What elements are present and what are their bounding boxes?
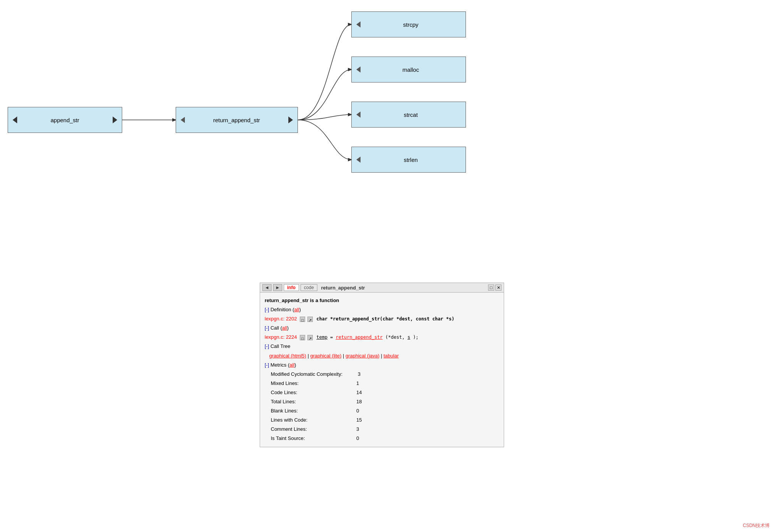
definition-link[interactable]: all — [294, 307, 299, 312]
call-code-prefix: temp = return_append_str (*dest, s ); — [316, 335, 418, 340]
metric-label: Total Lines: — [265, 398, 341, 406]
call-file[interactable]: lexpgn.c: 2224 — [265, 334, 297, 340]
edit-icon[interactable]: ↗ — [307, 317, 313, 322]
call-link[interactable]: all — [282, 325, 287, 331]
watermark: CSDN技术博 — [743, 522, 770, 529]
metric-value: 3 — [358, 370, 361, 378]
arrow-left-icon — [13, 116, 17, 123]
close-button[interactable]: ✕ — [495, 285, 501, 291]
arrow-left-icon — [181, 117, 185, 123]
metric-label: Code Lines: — [265, 388, 341, 397]
metric-label: Modified Cyclomatic Complexity: — [265, 370, 343, 378]
arrow-left-icon — [356, 112, 361, 118]
calltree-link-html5[interactable]: graphical (html5) — [269, 353, 306, 359]
metric-value: 18 — [356, 398, 362, 406]
metric-value: 15 — [356, 416, 362, 424]
definition-row: [-] Definition (all) — [265, 306, 499, 314]
metrics-row: [-] Metrics (all) — [265, 361, 499, 369]
arrow-left-icon — [356, 157, 361, 163]
calltree-link-java[interactable]: graphical (java) — [346, 353, 380, 359]
node-label: strcat — [361, 112, 461, 118]
definition-file[interactable]: lexpgn.c: 2202 — [265, 316, 297, 322]
call-file-row: lexpgn.c: 2224 □ ↗ temp = return_append_… — [265, 333, 499, 341]
definition-label: Definition — [270, 307, 291, 312]
node-return-append-str[interactable]: return_append_str — [176, 107, 298, 133]
metric-item: Mixed Lines:1 — [265, 379, 499, 388]
calltree-link-tabular[interactable]: tabular — [383, 353, 399, 359]
node-label: strcpy — [361, 21, 461, 28]
file-icon[interactable]: □ — [300, 317, 305, 322]
node-label: return_append_str — [185, 117, 288, 123]
file-icon2[interactable]: □ — [300, 335, 305, 340]
tab-info[interactable]: info — [284, 284, 299, 291]
function-header: return_append_str is a function — [265, 296, 499, 305]
metric-item: Comment Lines:3 — [265, 425, 499, 433]
metric-value: 0 — [356, 434, 359, 443]
info-panel: ◄ ► info code return_append_str □ ✕ retu… — [260, 283, 504, 447]
metric-value: 14 — [356, 388, 362, 397]
metric-label: Comment Lines: — [265, 425, 341, 433]
metrics-link[interactable]: all — [289, 362, 294, 368]
calltree-links-row: graphical (html5) | graphical (lite) | g… — [265, 352, 499, 360]
metric-label: Mixed Lines: — [265, 379, 341, 388]
edit-icon2[interactable]: ↗ — [307, 335, 313, 340]
calltree-collapse[interactable]: [-] — [265, 343, 269, 349]
node-strcpy[interactable]: strcpy — [351, 11, 466, 37]
metric-item: Code Lines:14 — [265, 388, 499, 397]
node-label: append_str — [17, 117, 113, 123]
call-code-s: s — [407, 335, 410, 340]
info-panel-toolbar: ◄ ► info code return_append_str □ ✕ — [260, 283, 504, 293]
calltree-row: [-] Call Tree — [265, 342, 499, 351]
metrics-label: Metrics — [270, 362, 286, 368]
call-code-temp: temp — [316, 335, 327, 340]
arrow-left-icon — [356, 21, 361, 27]
definition-code: char *return_append_str(char *dest, cons… — [316, 316, 454, 322]
arrow-right-icon — [288, 116, 293, 123]
call-collapse[interactable]: [-] — [265, 325, 269, 331]
node-strlen[interactable]: strlen — [351, 147, 466, 173]
back-button[interactable]: ◄ — [262, 284, 272, 291]
node-append-str[interactable]: append_str — [8, 107, 122, 133]
call-row: [-] Call (all) — [265, 324, 499, 332]
info-panel-body: return_append_str is a function [-] Defi… — [260, 293, 504, 447]
tab-code[interactable]: code — [301, 284, 317, 291]
forward-button[interactable]: ► — [273, 284, 282, 291]
graph-area: append_str return_append_str strcpy mall… — [0, 0, 781, 306]
metric-item: Is Taint Source:0 — [265, 434, 499, 443]
definition-collapse[interactable]: [-] — [265, 307, 269, 312]
definition-file-row: lexpgn.c: 2202 □ ↗ char *return_append_s… — [265, 315, 499, 323]
node-label: strlen — [361, 157, 461, 163]
arrow-right-icon — [113, 116, 117, 123]
calltree-link-lite[interactable]: graphical (lite) — [310, 353, 341, 359]
node-label: malloc — [361, 66, 461, 73]
minimize-button[interactable]: □ — [488, 285, 494, 291]
calltree-label: Call Tree — [270, 343, 290, 349]
node-malloc[interactable]: malloc — [351, 57, 466, 82]
metrics-collapse[interactable]: [-] — [265, 362, 269, 368]
metric-value: 3 — [356, 425, 359, 433]
metric-label: Is Taint Source: — [265, 434, 341, 443]
metric-value: 0 — [356, 407, 359, 415]
metrics-list: Modified Cyclomatic Complexity:3Mixed Li… — [265, 370, 499, 443]
arrow-left-icon — [356, 66, 361, 73]
panel-controls: □ ✕ — [488, 285, 501, 291]
metric-item: Blank Lines:0 — [265, 407, 499, 415]
metric-label: Blank Lines: — [265, 407, 341, 415]
call-code-fn[interactable]: return_append_str — [336, 335, 383, 340]
panel-title: return_append_str — [321, 285, 365, 291]
call-label: Call — [270, 325, 279, 331]
metric-item: Total Lines:18 — [265, 398, 499, 406]
metric-item: Lines with Code:15 — [265, 416, 499, 424]
node-strcat[interactable]: strcat — [351, 102, 466, 128]
metric-item: Modified Cyclomatic Complexity:3 — [265, 370, 499, 378]
metric-value: 1 — [356, 379, 359, 388]
metric-label: Lines with Code: — [265, 416, 341, 424]
